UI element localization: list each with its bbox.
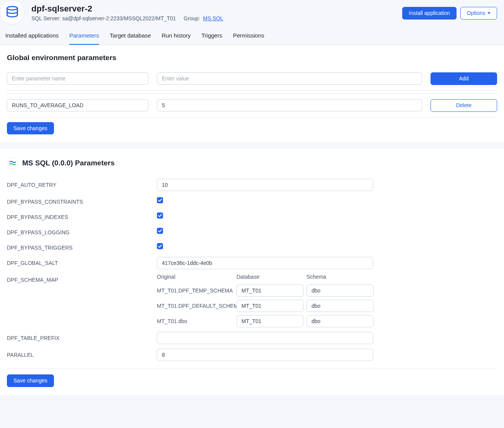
dpf-table-prefix-input[interactable] [157,332,373,344]
schema-map-schema-input[interactable] [307,315,374,327]
param-label: DPF_SCHEMA_MAP [7,274,148,283]
param-label: DPF_BYPASS_TRIGGERS [7,242,148,251]
dpf-bypass-indexes-checkbox[interactable] [157,212,163,219]
param-label: DPF_BYPASS_INDEXES [7,211,148,220]
schema-map-database-input[interactable] [237,284,303,297]
param-label: DPF_BYPASS_LOGGING [7,226,148,235]
schema-map-col-database: Database [237,274,303,281]
dpf-bypass-constraints-checkbox[interactable] [157,197,163,203]
param-value-input[interactable] [157,99,422,111]
database-icon [0,0,24,25]
save-global-params-button[interactable]: Save changes [7,122,54,135]
tab-parameters[interactable]: Parameters [69,32,99,45]
schema-map-schema-input[interactable] [307,284,374,297]
app-icon [7,157,18,169]
tab-target-database[interactable]: Target database [110,32,151,45]
tab-run-history[interactable]: Run history [161,32,191,45]
page-title: dpf-sqlserver-2 [31,4,223,14]
dpf-global-salt-input[interactable] [157,257,373,269]
schema-map-database-input[interactable] [237,315,303,327]
options-button[interactable]: Options [460,7,497,20]
global-params-title: Global environment parameters [7,54,497,62]
new-param-name-input[interactable] [7,72,148,85]
schema-map-schema-input[interactable] [307,300,374,312]
param-label: DPF_AUTO_RETRY [7,179,148,188]
save-app-params-button[interactable]: Save changes [7,374,54,387]
param-label: PARALLEL [7,349,148,358]
tab-installed-applications[interactable]: Installed applications [5,32,59,45]
schema-map-original: MT_T01.DPF_DEFAULT_SCHEMA [157,300,233,312]
dpf-bypass-logging-checkbox[interactable] [157,228,163,234]
new-param-value-input[interactable] [157,72,422,85]
tab-permissions[interactable]: Permissions [233,32,264,45]
tab-bar: Installed applications Parameters Target… [0,25,504,45]
delete-parameter-button[interactable]: Delete [431,99,497,112]
dpf-bypass-triggers-checkbox[interactable] [157,243,163,249]
dpf-auto-retry-input[interactable] [157,179,373,191]
param-label: DPF_TABLE_PREFIX [7,332,148,341]
schema-map-database-input[interactable] [237,300,303,312]
svg-point-0 [7,7,18,10]
schema-map-col-schema: Schema [307,274,374,281]
schema-map-original: MT_T01.dbo [157,315,233,327]
param-label: DPF_BYPASS_CONSTRAINTS [7,196,148,205]
parallel-input[interactable] [157,349,373,361]
add-parameter-button[interactable]: Add [431,72,497,85]
schema-map-col-original: Original [157,274,233,281]
schema-map-original: MT_T01.DPF_TEMP_SCHEMA [157,285,233,296]
app-params-title: MS SQL (0.0.0) Parameters [22,159,114,167]
param-name-input[interactable] [7,99,148,111]
group-link[interactable]: MS SQL [203,15,223,21]
param-label: DPF_GLOBAL_SALT [7,257,148,266]
page-subtitle: SQL Server: sa@dpf-sqlserver-2:2233/MSSQ… [31,15,223,21]
tab-triggers[interactable]: Triggers [201,32,222,45]
install-application-button[interactable]: Install application [402,7,456,20]
